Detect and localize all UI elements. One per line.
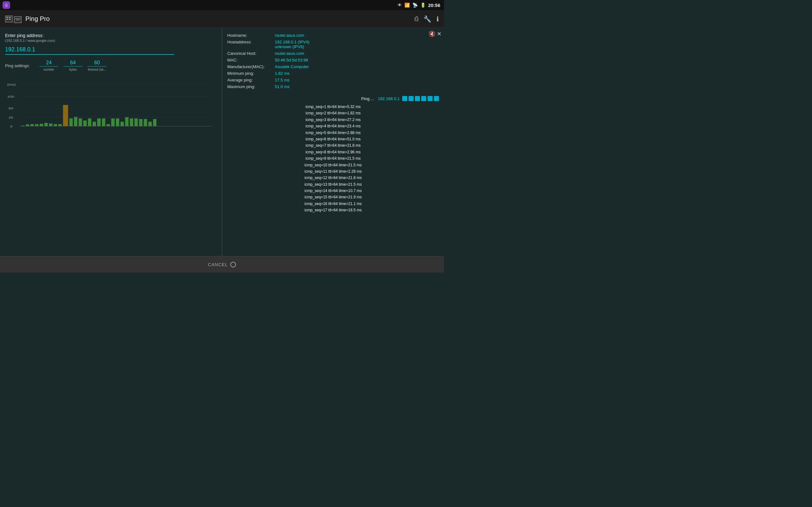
info-table: Hostname: router.asus.com Hostaddress: 1… [227, 33, 439, 91]
canonical-host-key: Canonical Host: [227, 51, 275, 56]
svg-text:25: 25 [9, 116, 13, 119]
svg-rect-30 [69, 118, 73, 126]
ping-log-line: icmp_seq=1 ttl=64 time=5.32 ms [227, 104, 439, 110]
close-icon[interactable]: ✕ [437, 31, 442, 38]
manufacturer-value: Asustek Computer [275, 64, 309, 69]
svg-rect-20 [21, 125, 25, 126]
svg-rect-38 [107, 124, 110, 126]
app-icon-2 [14, 16, 21, 23]
svg-rect-24 [40, 124, 43, 126]
ping-settings-row: Ping settings: 24 number 64 bytes 60 tim… [5, 60, 217, 71]
avg-ping-value: 17.5 ms [275, 78, 290, 82]
svg-rect-33 [84, 120, 87, 126]
hostaddress-row: Hostaddress: 192.168.0.1 (IPV4) unknown … [227, 40, 439, 49]
hostname-row: Hostname: router.asus.com [227, 33, 439, 38]
ping-log-line: icmp_seq=8 ttl=64 time=2.96 ms [227, 149, 439, 155]
svg-rect-36 [97, 118, 101, 126]
svg-rect-8 [15, 18, 20, 19]
canonical-host-value: router.asus.com [275, 51, 305, 56]
app-icon-1 [5, 15, 13, 22]
svg-rect-44 [135, 118, 138, 126]
min-ping-key: Minimum ping: [227, 71, 275, 76]
status-time: 20:56 [428, 3, 440, 8]
right-top-icons: 🔇 ✕ [428, 31, 442, 38]
svg-rect-28 [58, 124, 62, 126]
svg-text:50: 50 [9, 107, 13, 110]
svg-rect-6 [9, 19, 11, 20]
ping-log-line: icmp_seq=17 ttl=64 time=18.5 ms [227, 207, 439, 213]
svg-rect-31 [74, 117, 78, 126]
svg-rect-43 [130, 118, 133, 126]
svg-rect-23 [35, 124, 39, 126]
ping-dot-4 [421, 96, 426, 101]
svg-text:100: 100 [7, 95, 14, 98]
setting-timeout[interactable]: 60 timeout (se... [88, 60, 107, 71]
ping-log-line: icmp_seq=13 ttl=64 time=21.5 ms [227, 181, 439, 187]
ping-log: icmp_seq=1 ttl=64 time=5.32 msicmp_seq=2… [227, 104, 439, 214]
max-ping-row: Maximum ping: 51.0 ms [227, 84, 439, 89]
manufacturer-key: Manufacturer(MAC): [227, 64, 275, 69]
hostaddress-key: Hostaddress: [227, 40, 275, 44]
ping-log-line: icmp_seq=14 ttl=64 time=10.7 ms [227, 187, 439, 194]
ping-address-input[interactable]: 192.168.0.1 [5, 45, 174, 55]
volume-icon[interactable]: 🔇 [428, 31, 436, 38]
svg-rect-48 [153, 119, 157, 126]
svg-text:Q: Q [5, 3, 8, 7]
ping-dot-1 [402, 96, 407, 101]
status-bar: Q 👁 📶 📡 🔋 20:56 [0, 0, 444, 10]
cancel-label: CANCEL [208, 262, 228, 267]
ping-log-line: icmp_seq=2 ttl=64 time=1.82 ms [227, 110, 439, 116]
bottom-bar: CANCEL [0, 256, 444, 273]
chart-container: (ms) 100 50 25 0 [5, 81, 217, 251]
svg-rect-9 [16, 20, 20, 20]
svg-rect-41 [120, 122, 124, 126]
ping-log-line: icmp_seq=9 ttl=64 time=21.5 ms [227, 155, 439, 162]
ping-log-line: icmp_seq=4 ttl=64 time=23.4 ms [227, 123, 439, 129]
setting-bytes[interactable]: 64 bytes [63, 60, 83, 71]
svg-rect-35 [93, 122, 96, 126]
ping-address-label: Enter ping address: [5, 33, 217, 38]
mac-value: 50:46:5d:5d:53:98 [275, 58, 308, 62]
setting-number[interactable]: 24 number [39, 60, 58, 71]
ping-settings-group: 24 number 64 bytes 60 timeout (se... [39, 60, 107, 71]
svg-rect-26 [49, 124, 53, 126]
ping-log-line: icmp_seq=5 ttl=64 time=2.88 ms [227, 130, 439, 136]
svg-rect-34 [88, 118, 91, 126]
info-icon[interactable]: ℹ [437, 15, 439, 23]
hostaddress-ipv6: unknown (IPV6) [275, 44, 310, 49]
main-content: Enter ping address: (192.168.0.1 / www.g… [0, 28, 444, 256]
settings-icon[interactable]: 🔧 [423, 15, 432, 23]
setting-number-label: number [44, 68, 54, 71]
ping-address-hint: (192.168.0.1 / www.google.com) [5, 39, 217, 43]
mac-row: MAC: 50:46:5d:5d:53:98 [227, 58, 439, 62]
share-icon[interactable]: ⎙ [415, 15, 418, 22]
mac-key: MAC: [227, 58, 275, 62]
svg-rect-39 [111, 118, 115, 126]
left-panel: Enter ping address: (192.168.0.1 / www.g… [0, 28, 222, 256]
avg-ping-row: Average ping: 17.5 ms [227, 78, 439, 82]
ping-log-line: icmp_seq=12 ttl=64 time=21.8 ms [227, 175, 439, 181]
svg-rect-5 [6, 19, 8, 20]
hostname-key: Hostname: [227, 33, 275, 38]
svg-rect-3 [6, 17, 8, 18]
signal-icon: 📡 [412, 3, 418, 8]
svg-rect-46 [144, 119, 147, 126]
top-bar: Ping Pro ⎙ 🔧 ℹ [0, 10, 444, 28]
setting-number-value: 24 [39, 60, 58, 66]
ping-dot-3 [415, 96, 420, 101]
manufacturer-row: Manufacturer(MAC): Asustek Computer [227, 64, 439, 69]
ping-settings-label: Ping settings: [5, 63, 37, 68]
ping-log-line: icmp_seq=11 ttl=64 time=2.28 ms [227, 168, 439, 175]
max-ping-key: Maximum ping: [227, 84, 275, 89]
cancel-button[interactable]: CANCEL [208, 262, 236, 268]
ping-log-line: icmp_seq=7 ttl=64 time=21.8 ms [227, 142, 439, 149]
wifi-icon: 📶 [404, 3, 410, 8]
ping-status-label: Ping ... [361, 96, 374, 101]
min-ping-row: Minimum ping: 1.82 ms [227, 71, 439, 76]
svg-rect-4 [9, 17, 11, 18]
ping-log-line: icmp_seq=15 ttl=64 time=21.9 ms [227, 194, 439, 200]
ping-status-row: Ping ... 192.168.0.1 [227, 96, 439, 101]
svg-rect-22 [31, 124, 34, 126]
ping-dots [402, 96, 439, 101]
ping-chart: (ms) 100 50 25 0 [5, 81, 217, 132]
